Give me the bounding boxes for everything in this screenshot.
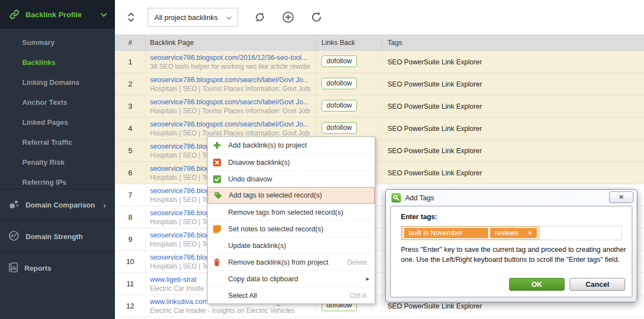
links-back-cell: dofollow bbox=[315, 73, 381, 95]
add-icon[interactable] bbox=[281, 11, 295, 24]
cancel-button[interactable]: Cancel bbox=[570, 278, 625, 291]
sidebar: Backlink Profile SummaryBacklinksLinking… bbox=[0, 0, 115, 319]
chevron-down-icon bbox=[100, 9, 107, 19]
sidebar-item-label: Backlinks bbox=[22, 58, 56, 67]
table-row[interactable]: 6seoservice786.blogspot.com/search/label… bbox=[115, 162, 644, 184]
backlink-url-link[interactable]: seoservice786.blogspot.com/search/label/… bbox=[150, 76, 310, 84]
chevron-down-icon bbox=[226, 13, 232, 22]
menu-item-update-backlink-s[interactable]: Update backlink(s) bbox=[208, 237, 375, 254]
sidebar-item-label: Anchor Texts bbox=[22, 98, 67, 107]
menu-item-label: Select All bbox=[228, 292, 257, 300]
submenu-arrow-icon: ▸ bbox=[366, 275, 369, 282]
close-icon: ✕ bbox=[618, 194, 623, 200]
remove-tag-icon[interactable]: ✕ bbox=[527, 230, 532, 237]
row-number-cell: 7 bbox=[115, 184, 145, 206]
sidebar-item-domain-comparison[interactable]: Domain Comparison› bbox=[0, 189, 115, 220]
menu-item-remove-backlink-s-from-project[interactable]: Remove backlink(s) from projectDelete bbox=[208, 254, 375, 270]
dialog-titlebar[interactable]: Add Tags ✕ bbox=[386, 190, 637, 206]
disavow-icon bbox=[213, 159, 221, 166]
table-row[interactable]: 5seoservice786.blogspot.com/search/label… bbox=[115, 140, 644, 162]
sidebar-header-backlink-profile[interactable]: Backlink Profile bbox=[0, 0, 115, 29]
menu-item-label: Remove backlink(s) from project bbox=[228, 259, 329, 266]
sidebar-item-label: Linked Pages bbox=[22, 118, 68, 126]
close-button[interactable]: ✕ bbox=[609, 191, 633, 203]
dialog-title: Add Tags bbox=[405, 194, 434, 202]
tag-chip-label: reviews bbox=[495, 229, 518, 237]
chevron-right-icon: › bbox=[103, 201, 106, 209]
row-number-cell: 10 bbox=[115, 251, 145, 272]
app-root: Backlink Profile SummaryBacklinksLinking… bbox=[0, 0, 644, 319]
tags-input-field[interactable]: built in Novemberreviews✕ bbox=[401, 226, 622, 240]
sidebar-sections: Domain Comparison›Domain StrengthReports bbox=[0, 189, 115, 283]
table-row[interactable]: 2seoservice786.blogspot.com/search/label… bbox=[115, 73, 644, 95]
sidebar-item-linking-domains[interactable]: Linking Domains bbox=[0, 72, 115, 92]
sidebar-item-reports[interactable]: Reports bbox=[0, 252, 115, 283]
unfold-icon[interactable] bbox=[127, 11, 135, 23]
trash-icon bbox=[213, 258, 220, 266]
sidebar-item-backlinks[interactable]: Backlinks bbox=[0, 52, 115, 72]
dofollow-badge: dofollow bbox=[321, 78, 357, 89]
backlink-url-link[interactable]: seoservice786.blogspot.com/search/label/… bbox=[150, 120, 310, 128]
sidebar-section-label: Domain Comparison bbox=[26, 201, 95, 209]
column-header-number[interactable]: # bbox=[115, 34, 145, 51]
menu-item-select-all[interactable]: Select AllCtrl-A bbox=[208, 287, 375, 303]
menu-item-undo-disavow[interactable]: Undo disavow bbox=[208, 170, 375, 187]
tag-chip[interactable]: built in November bbox=[404, 228, 488, 238]
column-header-tags[interactable]: Tags bbox=[381, 34, 644, 51]
app-logo-magnifier-icon bbox=[391, 193, 401, 202]
table-row[interactable]: 3seoservice786.blogspot.com/search/label… bbox=[115, 95, 644, 118]
dofollow-badge: dofollow bbox=[321, 122, 357, 134]
sidebar-header-label: Backlink Profile bbox=[26, 11, 100, 19]
sidebar-item-label: Summary bbox=[22, 38, 54, 47]
menu-item-label: Set notes to selected record(s) bbox=[228, 225, 324, 233]
row-number-cell: 1 bbox=[115, 51, 145, 73]
dialog-panel: Enter tags: built in Novemberreviews✕ Pr… bbox=[390, 206, 632, 297]
sidebar-item-referral-traffic[interactable]: Referral Traffic bbox=[0, 132, 115, 152]
tag-chip[interactable]: reviews✕ bbox=[490, 228, 537, 238]
sidebar-item-anchor-texts[interactable]: Anchor Texts bbox=[0, 92, 115, 112]
sync-icon[interactable] bbox=[253, 11, 266, 24]
refresh-icon[interactable] bbox=[310, 11, 323, 24]
menu-item-shortcut: Delete bbox=[347, 259, 367, 266]
sidebar-item-summary[interactable]: Summary bbox=[0, 32, 115, 52]
menu-item-shortcut: Ctrl-A bbox=[350, 292, 367, 300]
menu-item-disavow-backlink-s[interactable]: Disavow backlink(s) bbox=[208, 154, 375, 170]
sidebar-item-penalty-risk[interactable]: Penalty Risk bbox=[0, 152, 115, 172]
row-number-cell: 11 bbox=[115, 273, 145, 295]
dofollow-badge: dofollow bbox=[321, 100, 357, 112]
sidebar-item-domain-strength[interactable]: Domain Strength bbox=[0, 220, 115, 252]
column-header-backlink-page[interactable]: Backlink Page bbox=[145, 34, 315, 51]
add-tags-dialog: Add Tags ✕ Enter tags: built in November… bbox=[385, 189, 637, 302]
row-number-cell: 6 bbox=[115, 162, 145, 184]
note-icon bbox=[213, 225, 221, 233]
row-number-cell: 8 bbox=[115, 206, 145, 228]
backlink-page-title: 36 SEO tools helper for working seo like… bbox=[150, 63, 310, 70]
table-row[interactable]: 1seoservice786.blogspot.com/2016/12/36-s… bbox=[115, 51, 644, 73]
sidebar-item-label: Referral Traffic bbox=[22, 138, 72, 146]
row-number-cell: 3 bbox=[115, 95, 145, 117]
menu-item-add-tags-to-selected-record-s[interactable]: Add tags to selected record(s) bbox=[208, 187, 375, 204]
sidebar-items: SummaryBacklinksLinking DomainsAnchor Te… bbox=[0, 29, 115, 192]
menu-item-set-notes-to-selected-record-s[interactable]: Set notes to selected record(s) bbox=[208, 220, 375, 237]
backlink-url-link[interactable]: seoservice786.blogspot.com/search/label/… bbox=[150, 98, 310, 106]
menu-item-label: Copy data to clipboard bbox=[228, 275, 298, 283]
tags-cell: SEO PowerSuite Link Explorer bbox=[381, 140, 644, 161]
row-number-cell: 9 bbox=[115, 229, 145, 250]
sidebar-item-linked-pages[interactable]: Linked Pages bbox=[0, 112, 115, 132]
undo-disavow-icon bbox=[213, 175, 221, 183]
backlink-page-cell: seoservice786.blogspot.com/search/label/… bbox=[145, 73, 315, 95]
menu-item-add-backlink-s-to-project[interactable]: Add backlink(s) to project bbox=[208, 137, 375, 154]
table-row[interactable]: 4seoservice786.blogspot.com/search/label… bbox=[115, 118, 644, 140]
bubbles-icon bbox=[8, 199, 19, 211]
project-selector-value: All project backlinks bbox=[154, 13, 218, 22]
dofollow-badge: dofollow bbox=[321, 55, 357, 67]
project-selector-dropdown[interactable]: All project backlinks bbox=[148, 8, 238, 27]
tag-icon bbox=[214, 191, 222, 200]
tags-cell: SEO PowerSuite Link Explorer bbox=[381, 162, 644, 184]
menu-item-remove-tags-from-selected-record-s[interactable]: Remove tags from selected record(s) bbox=[208, 204, 375, 220]
backlink-url-link[interactable]: seoservice786.blogspot.com/2016/12/36-se… bbox=[150, 54, 310, 62]
ok-button[interactable]: OK bbox=[509, 278, 565, 291]
column-header-links-back[interactable]: Links Back bbox=[315, 34, 381, 51]
links-back-cell: dofollow bbox=[315, 95, 381, 117]
menu-item-copy-data-to-clipboard[interactable]: Copy data to clipboard▸ bbox=[208, 270, 375, 287]
